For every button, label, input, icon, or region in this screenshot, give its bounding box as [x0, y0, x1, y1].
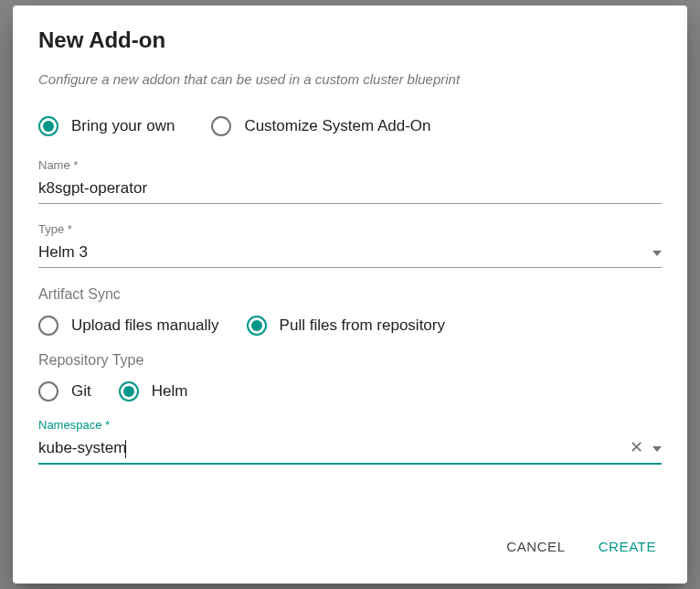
- radio-icon: [38, 116, 58, 136]
- name-input-row: [38, 176, 662, 204]
- dialog-content: New Add-on Configure a new addon that ca…: [13, 5, 687, 517]
- radio-label: Bring your own: [71, 117, 175, 135]
- name-field: Name *: [38, 158, 662, 204]
- namespace-label: Namespace *: [38, 418, 662, 432]
- dialog-title: New Add-on: [38, 27, 662, 53]
- type-label: Type *: [38, 222, 662, 236]
- addon-mode-group: Bring your own Customize System Add-On: [38, 116, 662, 136]
- namespace-select-row[interactable]: kube-system ✕: [38, 435, 662, 465]
- artifact-sync-label: Artifact Sync: [38, 286, 662, 303]
- radio-icon: [38, 381, 58, 402]
- radio-label: Helm: [152, 382, 188, 401]
- radio-repo-helm[interactable]: Helm: [119, 381, 188, 402]
- type-value: Helm 3: [38, 240, 652, 263]
- dialog-actions: CANCEL CREATE: [13, 517, 687, 584]
- type-select-row[interactable]: Helm 3: [38, 240, 662, 268]
- radio-label: Pull files from repository: [280, 316, 445, 335]
- radio-label: Customize System Add-On: [244, 117, 430, 135]
- namespace-value: kube-system: [38, 435, 630, 460]
- type-field: Type * Helm 3: [38, 222, 662, 268]
- dialog-subtitle: Configure a new addon that can be used i…: [38, 71, 662, 87]
- radio-pull-from-repo[interactable]: Pull files from repository: [247, 316, 445, 336]
- repository-type-group: Git Helm: [38, 381, 662, 402]
- namespace-field: Namespace * kube-system ✕: [38, 418, 662, 465]
- radio-bring-your-own[interactable]: Bring your own: [38, 116, 175, 136]
- chevron-down-icon[interactable]: [652, 439, 662, 455]
- cancel-button[interactable]: CANCEL: [501, 531, 570, 562]
- radio-label: Upload files manually: [71, 316, 219, 335]
- radio-icon: [38, 316, 58, 336]
- name-label: Name *: [38, 158, 662, 172]
- text-cursor: [125, 440, 126, 458]
- name-input[interactable]: [38, 176, 662, 199]
- radio-upload-manually[interactable]: Upload files manually: [38, 316, 219, 336]
- radio-icon: [119, 381, 139, 402]
- new-addon-dialog: New Add-on Configure a new addon that ca…: [13, 5, 687, 584]
- clear-icon[interactable]: ✕: [630, 439, 643, 455]
- chevron-down-icon: [652, 243, 662, 260]
- radio-label: Git: [71, 382, 91, 401]
- radio-icon: [247, 316, 267, 336]
- radio-repo-git[interactable]: Git: [38, 381, 91, 402]
- radio-icon: [211, 116, 231, 136]
- artifact-sync-group: Upload files manually Pull files from re…: [38, 316, 662, 336]
- create-button[interactable]: CREATE: [593, 531, 662, 562]
- radio-customize-system[interactable]: Customize System Add-On: [211, 116, 430, 136]
- repository-type-label: Repository Type: [38, 352, 662, 369]
- namespace-text: kube-system: [38, 439, 126, 456]
